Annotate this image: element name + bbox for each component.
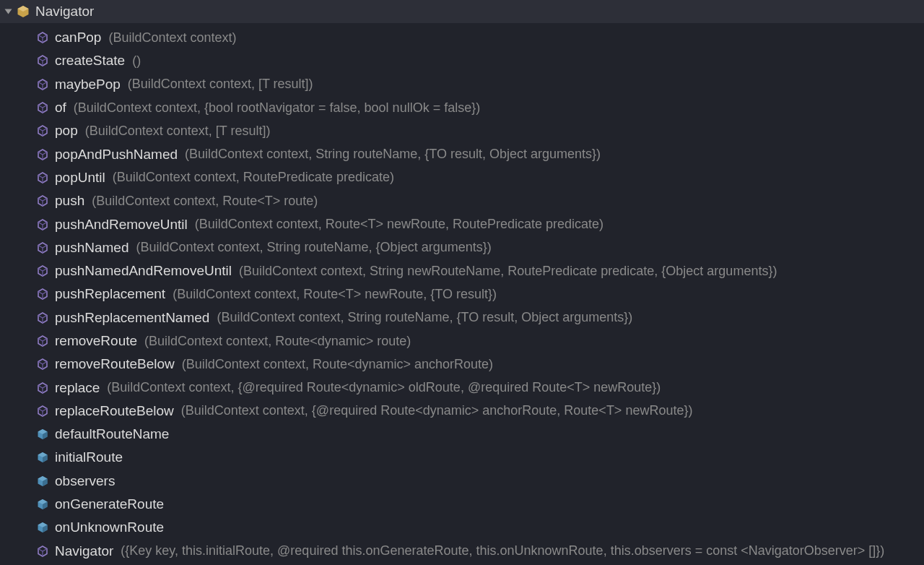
member-row[interactable]: initialRoute [0, 446, 924, 469]
member-row[interactable]: removeRoute(BuildContext context, Route<… [0, 329, 924, 353]
method-icon [36, 241, 49, 254]
member-name: initialRoute [55, 449, 123, 465]
member-row[interactable]: onUnknownRoute [0, 516, 924, 539]
method-icon [36, 545, 49, 558]
member-params: (BuildContext context, String routeName,… [217, 310, 632, 325]
member-row[interactable]: pop(BuildContext context, [T result]) [0, 119, 924, 142]
member-name: push [55, 193, 84, 209]
method-icon [36, 358, 49, 371]
structure-header[interactable]: Navigator [0, 0, 924, 23]
member-params: (BuildContext context, {bool rootNavigat… [74, 100, 480, 116]
member-list: canPop(BuildContext context) createState… [0, 23, 924, 563]
member-params: (BuildContext context) [108, 30, 236, 46]
member-params: (BuildContext context, RoutePredicate pr… [113, 170, 394, 185]
member-name: observers [55, 473, 115, 489]
member-params: (BuildContext context, {@required Route<… [181, 403, 693, 418]
method-icon [36, 218, 49, 231]
member-row[interactable]: createState() [0, 49, 924, 72]
class-icon [17, 5, 30, 18]
member-name: canPop [55, 30, 101, 46]
method-icon [36, 31, 49, 44]
method-icon [36, 264, 49, 277]
member-params: (BuildContext context, Route<dynamic> an… [182, 357, 493, 372]
method-icon [36, 54, 49, 67]
member-name: popUntil [55, 170, 105, 186]
member-row[interactable]: popUntil(BuildContext context, RoutePred… [0, 166, 924, 189]
member-row[interactable]: maybePop(BuildContext context, [T result… [0, 73, 924, 96]
member-row[interactable]: of(BuildContext context, {bool rootNavig… [0, 96, 924, 119]
member-name: popAndPushNamed [55, 147, 178, 163]
member-params: (BuildContext context, [T result]) [128, 77, 313, 92]
field-icon [36, 428, 49, 441]
method-icon [36, 124, 49, 137]
member-name: maybePop [55, 77, 121, 92]
method-icon [36, 405, 49, 418]
member-row[interactable]: pushNamedAndRemoveUntil(BuildContext con… [0, 259, 924, 282]
member-params: (BuildContext context, Route<T> newRoute… [173, 287, 497, 302]
member-params: (BuildContext context, String routeName,… [136, 240, 491, 255]
member-params: (BuildContext context, String newRouteNa… [239, 264, 777, 279]
member-row[interactable]: popAndPushNamed(BuildContext context, St… [0, 142, 924, 165]
member-params: (BuildContext context, Route<dynamic> ro… [144, 334, 411, 349]
member-row[interactable]: replace(BuildContext context, {@required… [0, 376, 924, 399]
member-row[interactable]: removeRouteBelow(BuildContext context, R… [0, 353, 924, 376]
member-row[interactable]: canPop(BuildContext context) [0, 26, 924, 49]
member-params: (BuildContext context, Route<T> newRoute… [195, 217, 603, 232]
member-row[interactable]: pushNamed(BuildContext context, String r… [0, 236, 924, 259]
member-row[interactable]: defaultRouteName [0, 423, 924, 446]
member-row[interactable]: replaceRouteBelow(BuildContext context, … [0, 400, 924, 423]
method-icon [36, 148, 49, 161]
member-name: onUnknownRoute [55, 519, 164, 535]
member-name: pushReplacement [55, 286, 165, 302]
member-name: replace [55, 380, 100, 396]
member-name: createState [55, 53, 125, 69]
field-icon [36, 521, 49, 534]
member-name: pushNamedAndRemoveUntil [55, 263, 232, 279]
field-icon [36, 451, 49, 464]
member-name: defaultRouteName [55, 426, 169, 442]
field-icon [36, 498, 49, 511]
method-icon [36, 288, 49, 301]
member-name: onGenerateRoute [55, 496, 164, 512]
method-icon [36, 381, 49, 394]
member-row[interactable]: observers [0, 470, 924, 493]
member-params: ({Key key, this.initialRoute, @required … [121, 543, 884, 558]
member-name: removeRouteBelow [55, 356, 175, 372]
member-row[interactable]: pushReplacementNamed(BuildContext contex… [0, 306, 924, 329]
member-name: pop [55, 123, 78, 139]
member-row[interactable]: pushReplacement(BuildContext context, Ro… [0, 282, 924, 306]
member-params: (BuildContext context, {@required Route<… [107, 380, 661, 395]
member-name: replaceRouteBelow [55, 403, 174, 419]
member-params: () [132, 53, 141, 69]
member-name: pushNamed [55, 240, 128, 256]
member-params: (BuildContext context, Route<T> route) [92, 194, 318, 209]
member-name: pushReplacementNamed [55, 310, 209, 326]
member-params: (BuildContext context, [T result]) [85, 124, 271, 139]
member-row[interactable]: Navigator({Key key, this.initialRoute, @… [0, 540, 924, 563]
method-icon [36, 311, 49, 324]
method-icon [36, 101, 49, 114]
member-name: of [55, 100, 66, 116]
method-icon [36, 171, 49, 184]
method-icon [36, 194, 49, 207]
member-row[interactable]: pushAndRemoveUntil(BuildContext context,… [0, 212, 924, 236]
member-row[interactable]: onGenerateRoute [0, 493, 924, 516]
method-icon [36, 78, 49, 91]
member-name: removeRoute [55, 333, 137, 349]
method-icon [36, 335, 49, 348]
expand-triangle-icon[interactable] [5, 9, 12, 14]
member-row[interactable]: push(BuildContext context, Route<T> rout… [0, 189, 924, 212]
member-name: Navigator [55, 543, 113, 559]
field-icon [36, 475, 49, 488]
class-title: Navigator [35, 4, 94, 20]
member-params: (BuildContext context, String routeName,… [185, 147, 601, 162]
member-name: pushAndRemoveUntil [55, 217, 188, 233]
